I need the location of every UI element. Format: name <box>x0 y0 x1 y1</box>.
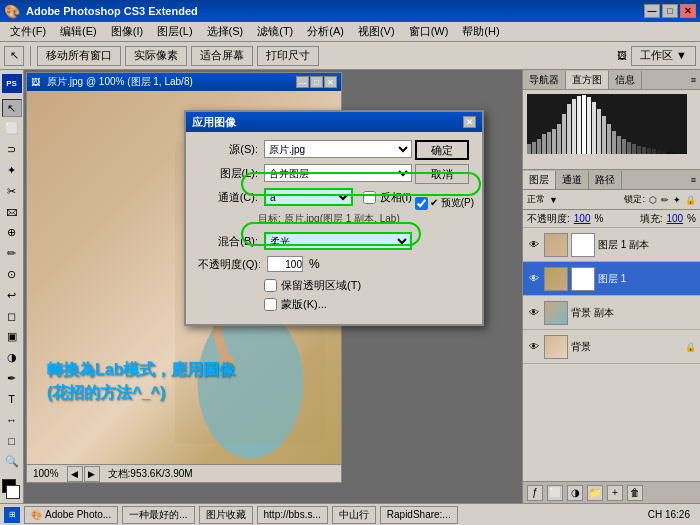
menu-help[interactable]: 帮助(H) <box>456 23 505 40</box>
histogram-tab[interactable]: 直方图 <box>566 71 609 89</box>
history-tool[interactable]: ↩ <box>2 286 22 305</box>
move-all-windows-button[interactable]: 移动所有窗口 <box>37 46 121 66</box>
move-tool-icon[interactable]: ↖ <box>4 46 24 66</box>
dialog-close-button[interactable]: ✕ <box>463 116 476 128</box>
heal-tool[interactable]: ⊕ <box>2 223 22 242</box>
actual-pixels-button[interactable]: 实际像素 <box>125 46 187 66</box>
paths-tab[interactable]: 路径 <box>589 171 622 189</box>
layer-visibility-toggle[interactable]: 👁 <box>527 340 541 354</box>
fill-link[interactable]: 100 <box>666 213 683 224</box>
preview-checkbox[interactable] <box>415 197 428 210</box>
lock-position-icon[interactable]: ✦ <box>673 195 681 205</box>
gradient-tool[interactable]: ▣ <box>2 327 22 346</box>
menu-select[interactable]: 选择(S) <box>201 23 250 40</box>
menu-file[interactable]: 文件(F) <box>4 23 52 40</box>
ps-logo: PS <box>2 74 22 93</box>
menu-layer[interactable]: 图层(L) <box>151 23 198 40</box>
right-panel-tabs: 导航器 直方图 信息 ≡ <box>523 70 700 90</box>
layer-item[interactable]: 👁 背景 副本 <box>523 296 700 330</box>
scroll-right-button[interactable]: ▶ <box>84 466 100 482</box>
doc-maximize-button[interactable]: □ <box>310 76 323 88</box>
add-mask-button[interactable]: ⬜ <box>547 485 563 501</box>
maximize-button[interactable]: □ <box>662 4 678 18</box>
path-tool[interactable]: ↔ <box>2 411 22 430</box>
svg-rect-30 <box>632 144 636 154</box>
ok-button[interactable]: 确定 <box>415 140 469 160</box>
menu-edit[interactable]: 编辑(E) <box>54 23 103 40</box>
delete-layer-button[interactable]: 🗑 <box>627 485 643 501</box>
scroll-left-button[interactable]: ◀ <box>67 466 83 482</box>
invert-checkbox[interactable] <box>363 191 376 204</box>
cancel-button[interactable]: 取消 <box>415 164 469 184</box>
adjustment-layer-button[interactable]: ◑ <box>567 485 583 501</box>
blend-select[interactable]: 柔光 <box>264 232 412 250</box>
taskbar-ps[interactable]: 🎨 Adobe Photo... <box>24 506 118 524</box>
eyedropper-tool[interactable]: 🖂 <box>2 203 22 222</box>
layer-visibility-toggle[interactable]: 👁 <box>527 238 541 252</box>
channels-tab[interactable]: 通道 <box>556 171 589 189</box>
menu-analyze[interactable]: 分析(A) <box>301 23 350 40</box>
blend-mode-label: 正常 <box>527 193 545 206</box>
doc-icon: 🖼 <box>31 77 40 87</box>
brush-tool[interactable]: ✏ <box>2 244 22 263</box>
move-tool[interactable]: ↖ <box>2 99 22 118</box>
dodge-tool[interactable]: ◑ <box>2 348 22 367</box>
taskbar-item3[interactable]: http://bbs.s... <box>257 506 328 524</box>
info-tab[interactable]: 信息 <box>609 71 642 89</box>
zoom-tool[interactable]: 🔍 <box>2 452 22 471</box>
start-button[interactable]: ⊞ <box>4 507 20 523</box>
marquee-tool[interactable]: ⬜ <box>2 119 22 138</box>
layer-visibility-toggle[interactable]: 👁 <box>527 306 541 320</box>
lasso-tool[interactable]: ⊃ <box>2 140 22 159</box>
minimize-button[interactable]: — <box>644 4 660 18</box>
mask-checkbox[interactable] <box>264 298 277 311</box>
print-size-button[interactable]: 打印尺寸 <box>257 46 319 66</box>
clone-tool[interactable]: ⊙ <box>2 265 22 284</box>
close-button[interactable]: ✕ <box>680 4 696 18</box>
magic-wand-tool[interactable]: ✦ <box>2 161 22 180</box>
lock-all-icon[interactable]: 🔒 <box>685 195 696 205</box>
pen-tool[interactable]: ✒ <box>2 369 22 388</box>
layer-group-button[interactable]: 📁 <box>587 485 603 501</box>
menu-window[interactable]: 窗口(W) <box>403 23 455 40</box>
shape-tool[interactable]: □ <box>2 431 22 450</box>
layer-styles-button[interactable]: ƒ <box>527 485 543 501</box>
taskbar-item5[interactable]: RapidShare:... <box>380 506 458 524</box>
panel-options-button[interactable]: ≡ <box>687 73 700 87</box>
layer-item[interactable]: 👁 图层 1 <box>523 262 700 296</box>
taskbar-item1[interactable]: 一种最好的... <box>122 506 194 524</box>
dialog-title-buttons: ✕ <box>463 116 476 128</box>
opacity-link[interactable]: 100 <box>574 213 591 224</box>
opacity-dialog-input[interactable] <box>267 256 303 272</box>
doc-close-button[interactable]: ✕ <box>324 76 337 88</box>
navigator-tab[interactable]: 导航器 <box>523 71 566 89</box>
workspace-dropdown[interactable]: 工作区 ▼ <box>631 46 696 66</box>
apply-image-dialog: 应用图像 ✕ 源(S): 原片.jpg 图层(L): <box>184 110 484 326</box>
workspace-icon: 🖼 <box>617 50 627 61</box>
taskbar-item2[interactable]: 图片收藏 <box>199 506 253 524</box>
channel-select[interactable]: a <box>264 188 353 206</box>
background-color[interactable] <box>6 485 20 499</box>
layers-options-button[interactable]: ≡ <box>687 173 700 187</box>
menu-image[interactable]: 图像(I) <box>105 23 149 40</box>
source-select[interactable]: 原片.jpg <box>264 140 412 158</box>
fit-screen-button[interactable]: 适合屏幕 <box>191 46 253 66</box>
text-tool[interactable]: T <box>2 390 22 409</box>
layer-item[interactable]: 👁 背景 🔒 <box>523 330 700 364</box>
menu-view[interactable]: 视图(V) <box>352 23 401 40</box>
new-layer-button[interactable]: + <box>607 485 623 501</box>
lock-transparent-icon[interactable]: ⬡ <box>649 195 657 205</box>
layer-item[interactable]: 👁 图层 1 副本 <box>523 228 700 262</box>
lock-image-icon[interactable]: ✏ <box>661 195 669 205</box>
taskbar-item4[interactable]: 中山行 <box>332 506 376 524</box>
layers-tab[interactable]: 图层 <box>523 171 556 189</box>
menu-filter[interactable]: 滤镜(T) <box>251 23 299 40</box>
eraser-tool[interactable]: ◻ <box>2 307 22 326</box>
svg-rect-21 <box>587 97 591 154</box>
doc-minimize-button[interactable]: — <box>296 76 309 88</box>
crop-tool[interactable]: ✂ <box>2 182 22 201</box>
layer-select[interactable]: 合并图层 <box>264 164 412 182</box>
preserve-checkbox[interactable] <box>264 279 277 292</box>
toolbar-separator <box>30 46 31 66</box>
layer-visibility-toggle[interactable]: 👁 <box>527 272 541 286</box>
